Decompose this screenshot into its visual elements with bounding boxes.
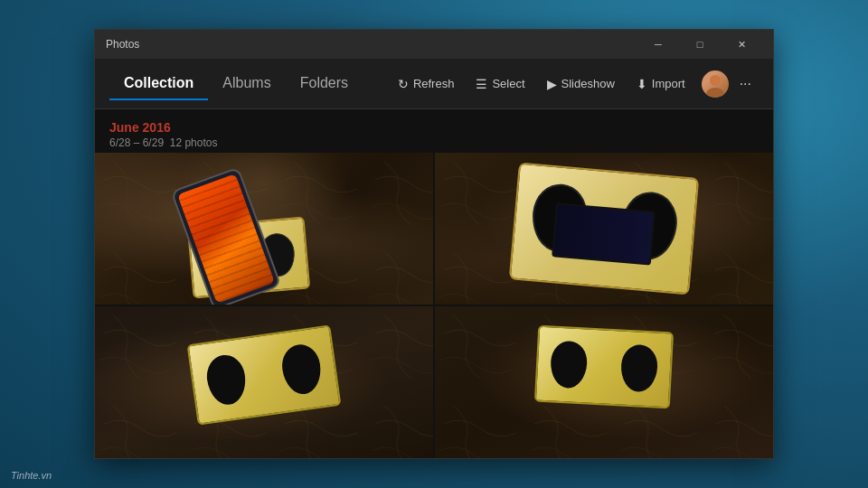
photo-cell-4[interactable] bbox=[435, 306, 773, 458]
import-icon: ⬇ bbox=[637, 77, 647, 91]
avatar-image bbox=[702, 70, 729, 98]
svg-point-0 bbox=[710, 75, 721, 86]
window-controls: ─ □ ✕ bbox=[637, 30, 762, 59]
photo-grid bbox=[95, 153, 773, 458]
tab-folders[interactable]: Folders bbox=[286, 68, 363, 100]
photo-cell-1[interactable] bbox=[95, 153, 433, 305]
minimize-button[interactable]: ─ bbox=[637, 30, 679, 59]
more-button[interactable]: ··· bbox=[732, 72, 759, 96]
refresh-icon: ↻ bbox=[398, 77, 409, 91]
app-window: Photos ─ □ ✕ Collection Albums Folders ↻… bbox=[94, 29, 774, 459]
date-range: 6/28 – 6/29 12 photos bbox=[109, 136, 759, 149]
close-button[interactable]: ✕ bbox=[721, 30, 762, 59]
date-section: June 2016 6/28 – 6/29 12 photos bbox=[95, 109, 773, 153]
photo-cell-2[interactable] bbox=[435, 153, 773, 305]
photo1-scene bbox=[95, 153, 433, 305]
tab-collection[interactable]: Collection bbox=[109, 68, 208, 100]
photo-cell-3[interactable] bbox=[95, 306, 433, 458]
app-title: Photos bbox=[106, 38, 637, 51]
toolbar: ↻ Refresh ☰ Select ▶ Slideshow ⬇ Import bbox=[389, 70, 759, 98]
month-label: June 2016 bbox=[109, 120, 759, 135]
content-area: June 2016 6/28 – 6/29 12 photos bbox=[95, 109, 773, 458]
title-bar: Photos ─ □ ✕ bbox=[95, 30, 773, 59]
slideshow-button[interactable]: ▶ Slideshow bbox=[538, 71, 624, 97]
svg-point-1 bbox=[706, 88, 724, 98]
refresh-button[interactable]: ↻ Refresh bbox=[389, 71, 464, 97]
vr-box-2 bbox=[509, 163, 700, 296]
slideshow-icon: ▶ bbox=[547, 77, 557, 91]
nav-tabs: Collection Albums Folders bbox=[109, 68, 363, 100]
watermark: Tinhte.vn bbox=[11, 470, 52, 481]
import-button[interactable]: ⬇ Import bbox=[627, 71, 694, 97]
maximize-button[interactable]: □ bbox=[679, 30, 721, 59]
select-icon: ☰ bbox=[476, 77, 487, 91]
vr-box-4 bbox=[534, 325, 674, 409]
avatar[interactable] bbox=[702, 70, 729, 98]
select-button[interactable]: ☰ Select bbox=[467, 71, 533, 97]
nav-bar: Collection Albums Folders ↻ Refresh ☰ Se… bbox=[95, 59, 773, 109]
tab-albums[interactable]: Albums bbox=[208, 68, 285, 100]
